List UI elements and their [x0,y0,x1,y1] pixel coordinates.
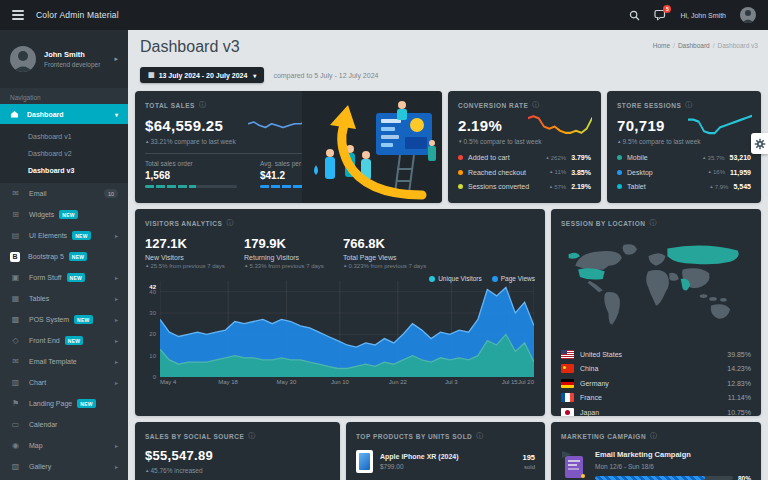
conversion-row-reached-checkout: Reached checkout ▲11% 3.85% [458,169,591,176]
info-icon[interactable]: ⓘ [226,218,234,228]
gear-icon [754,138,766,150]
sessions-row-tablet: Tablet ▲7.9% 5,545 [617,183,751,190]
sidebar-item-dashboard[interactable]: Dashboard ▾ [0,104,128,124]
sidebar-item-gallery[interactable]: ▧ Gallery ▸ [0,456,128,477]
conversion-row-sessions-converted: Sessions converted ▲57% 2.19% [458,183,591,190]
row-value: 3.85% [571,169,591,176]
legend-unique-visitors[interactable]: Unique Visitors [429,275,482,282]
row-change: ▲57% [549,184,566,190]
search-icon[interactable] [629,10,640,21]
sidebar-item-email-template[interactable]: ✉ Email Template ▸ [0,351,128,372]
sidebar-item-label: Email [29,190,47,197]
social-sales-change: ▲45.76% increased [145,467,330,474]
chevron-right-icon: ▸ [115,337,118,344]
breadcrumb-separator: / [673,42,675,49]
info-icon[interactable]: ⓘ [532,100,540,110]
sidebar-item-pos-system[interactable]: ▩ POS System NEW ▸ [0,309,128,330]
session-by-location-card: SESSION BY LOCATIONⓘ [551,209,761,416]
card-title: CONVERSION RATE [458,102,528,109]
product-row[interactable]: Apple iPhone XR (2024) $799.00 195 sold [356,450,535,473]
sales-illustration [302,91,442,203]
sidebar-item-front-end[interactable]: ◇ Front End NEW ▸ [0,330,128,351]
total-sales-order-stat: Total sales order 1,568 [145,160,245,188]
row-value: 2.19% [571,183,591,190]
stat-label: Total sales order [145,160,245,167]
row-label: Mobile [627,154,702,161]
y-tick-label: 30 [149,310,156,316]
flag-japan-icon [561,408,574,417]
campaign-illustration [561,450,587,480]
info-icon[interactable]: ⓘ [199,100,207,110]
sidebar-item-widgets[interactable]: ⊞ Widgets NEW [0,204,128,225]
new-visitors-stat: 127.1K New Visitors ▲25.5% from previous… [145,236,244,269]
front-end-icon: ◇ [10,336,21,345]
info-icon[interactable]: ⓘ [476,431,484,441]
card-title: STORE SESSIONS [617,102,681,109]
country-row-us: United States 39.85% [561,350,751,359]
sidebar-item-tables[interactable]: ▦ Tables ▸ [0,288,128,309]
sidebar-item-calendar[interactable]: ▭ Calendar [0,414,128,435]
sidebar-item-bootstrap5[interactable]: B Bootstrap 5 NEW [0,246,128,267]
sidebar-item-dashboard-v2[interactable]: Dashboard v2 [0,145,128,162]
breadcrumb-separator: / [713,42,715,49]
x-tick-label: May 30 [277,379,297,385]
notifications-icon[interactable]: 5 [654,9,666,21]
returning-visitors-stat: 179.9K Returning Visitors ▲5.33% from pr… [244,236,343,269]
sidebar-item-label: Bootstrap 5 [28,253,64,260]
ui-elements-icon: ▤ [10,231,21,240]
product-name: Apple iPhone XR (2024) [380,453,522,460]
card-title: SALES BY SOCIAL SOURCE [145,433,244,440]
breadcrumb-home[interactable]: Home [653,42,670,49]
row-value: 3.79% [571,154,591,161]
arrow-down-icon: ▼ [458,139,462,144]
pos-icon: ▩ [10,315,21,324]
sidebar-item-map[interactable]: ◉ Map ▸ [0,435,128,456]
arrow-up-icon: ▲ [145,139,149,144]
breadcrumb-dashboard[interactable]: Dashboard [678,42,710,49]
sidebar: John Smith Frontend developer ▸ Navigati… [0,30,128,480]
sidebar-item-chart[interactable]: ▥ Chart ▸ [0,372,128,393]
visitors-analytics-card: VISITORS ANALYTICSⓘ 127.1K New Visitors … [135,209,545,416]
product-unit: sold [522,464,535,470]
date-range-picker[interactable]: ▦ 13 July 2024 - 20 July 2024 ▾ [140,67,264,83]
sidebar-item-label: Form Stuff [29,274,62,281]
x-tick-label: Jul 20 [518,379,534,385]
conversion-row-added-to-cart: Added to cart ▲262% 3.79% [458,154,591,161]
sessions-row-desktop: Desktop ▲16% 11,959 [617,169,751,176]
app-title: Color Admin Material [36,10,119,20]
sidebar-item-label: Widgets [29,211,54,218]
chevron-right-icon: ▸ [115,274,118,281]
sidebar-item-form-stuff[interactable]: ▣ Form Stuff NEW ▸ [0,267,128,288]
legend-page-views[interactable]: Page Views [492,275,535,282]
sidebar-item-landing-page[interactable]: ⚑ Landing Page NEW [0,393,128,414]
home-icon [10,110,19,118]
chevron-right-icon: ▸ [115,358,118,365]
row-label: Desktop [627,169,707,176]
sidebar-item-ui-elements[interactable]: ▤ UI Elements NEW ▸ [0,225,128,246]
campaign-dates: Mon 12/6 - Sun 18/6 [595,463,751,470]
sidebar-item-dashboard-v3[interactable]: Dashboard v3 [0,162,128,179]
user-avatar[interactable] [740,7,756,23]
sidebar-item-email[interactable]: ✉ Email 10 [0,183,128,204]
main-content: Dashboard v3 Home/Dashboard/Dashboard v3… [128,30,768,480]
country-row-germany: Germany 12.83% [561,379,751,388]
top-products-card: TOP PRODUCTS BY UNITS SOLDⓘ Apple iPhone… [346,422,545,480]
info-icon[interactable]: ⓘ [685,100,693,110]
menu-toggle-icon[interactable] [12,10,24,20]
store-sessions-card: STORE SESSIONSⓘ 70,719 ▲9.5% compare to … [607,91,761,203]
flag-france-icon [561,393,574,402]
status-dot [458,184,463,189]
campaign-progress-pct: 80% [738,475,751,480]
sidebar-profile[interactable]: John Smith Frontend developer ▸ [0,30,128,88]
date-range-label: 13 July 2024 - 20 July 2024 [159,72,248,79]
info-icon[interactable]: ⓘ [248,431,256,441]
info-icon[interactable]: ⓘ [649,218,657,228]
sidebar-item-dashboard-v1[interactable]: Dashboard v1 [0,128,128,145]
card-title: TOTAL SALES [145,102,195,109]
info-icon[interactable]: ⓘ [650,431,658,441]
theme-settings-button[interactable] [751,133,768,154]
sidebar-item-label: POS System [29,316,69,323]
social-source-card: SALES BY SOCIAL SOURCEⓘ $55,547.89 ▲45.7… [135,422,340,480]
y-peak-label: 42 [149,284,156,290]
status-dot [617,170,622,175]
